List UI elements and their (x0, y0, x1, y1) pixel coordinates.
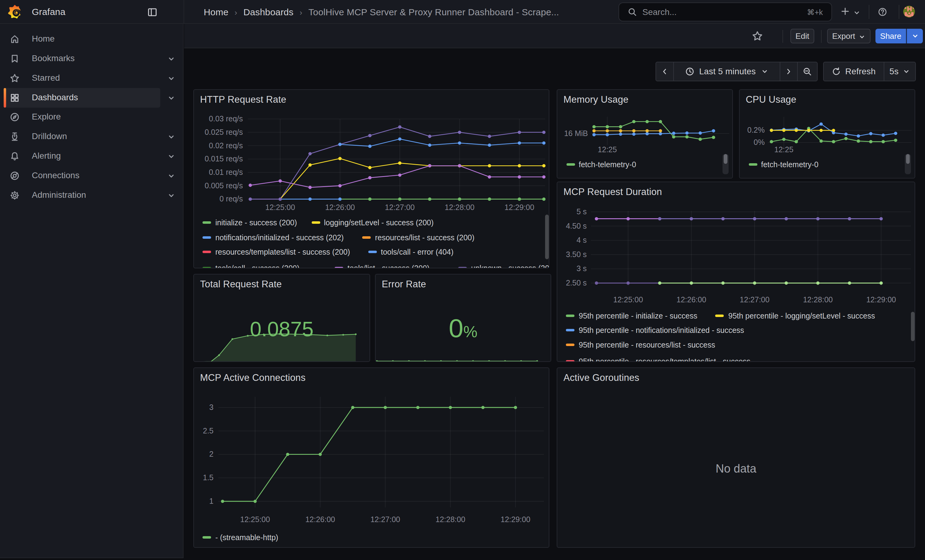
svg-text:12:25:00: 12:25:00 (613, 295, 643, 304)
svg-text:12:29:00: 12:29:00 (866, 295, 896, 304)
svg-text:12:29:00: 12:29:00 (505, 203, 534, 212)
svg-text:0.025 req/s: 0.025 req/s (205, 128, 243, 136)
svg-text:12:25: 12:25 (774, 145, 794, 154)
svg-text:0%: 0% (754, 138, 765, 146)
svg-text:5 s: 5 s (577, 207, 587, 216)
svg-text:2.50 s: 2.50 s (566, 278, 587, 287)
svg-text:0.02 req/s: 0.02 req/s (209, 141, 243, 150)
svg-text:3 s: 3 s (577, 264, 587, 273)
svg-text:1: 1 (209, 497, 214, 505)
svg-text:4 s: 4 s (577, 236, 587, 244)
svg-text:0.2%: 0.2% (747, 126, 765, 134)
svg-text:0.03 req/s: 0.03 req/s (209, 114, 243, 123)
svg-text:12:26:00: 12:26:00 (676, 295, 706, 304)
svg-text:0.01 req/s: 0.01 req/s (209, 168, 243, 176)
svg-text:12:28:00: 12:28:00 (445, 203, 475, 212)
svg-text:12:27:00: 12:27:00 (385, 203, 414, 212)
svg-text:12:27:00: 12:27:00 (740, 295, 769, 304)
svg-text:12:28:00: 12:28:00 (803, 295, 833, 304)
svg-text:16 MiB: 16 MiB (564, 129, 588, 138)
svg-text:0.015 req/s: 0.015 req/s (205, 155, 243, 163)
svg-text:4.50 s: 4.50 s (566, 222, 587, 230)
svg-text:1.5: 1.5 (203, 473, 214, 482)
svg-text:12:25:00: 12:25:00 (265, 203, 295, 212)
svg-text:12:25: 12:25 (598, 145, 617, 154)
svg-text:12:28:00: 12:28:00 (435, 515, 465, 524)
svg-text:3.50 s: 3.50 s (566, 250, 587, 258)
svg-text:12:26:00: 12:26:00 (305, 515, 335, 524)
svg-text:0 req/s: 0 req/s (220, 194, 243, 203)
svg-text:2.5: 2.5 (203, 426, 214, 435)
svg-text:12:26:00: 12:26:00 (325, 203, 355, 212)
svg-text:12:27:00: 12:27:00 (371, 515, 400, 524)
svg-text:0.005 req/s: 0.005 req/s (205, 181, 243, 190)
svg-text:2: 2 (209, 450, 214, 458)
svg-text:12:25:00: 12:25:00 (240, 515, 270, 524)
svg-text:3: 3 (209, 403, 214, 411)
svg-text:12:29:00: 12:29:00 (501, 515, 530, 524)
